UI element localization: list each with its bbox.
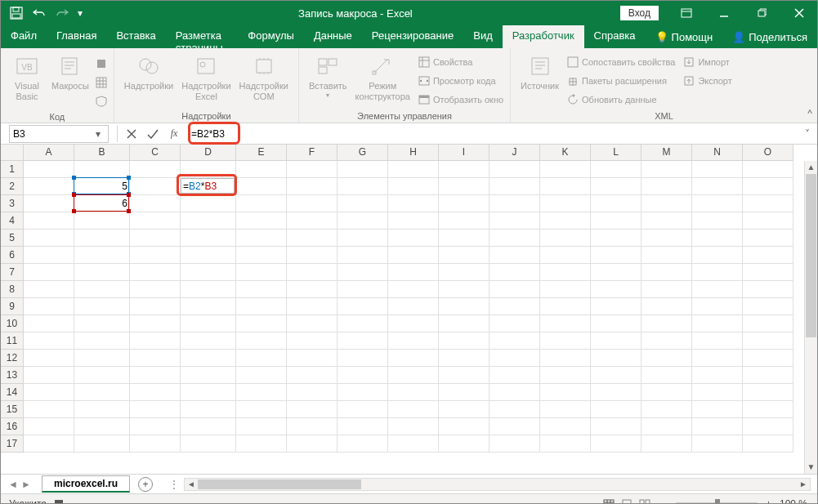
- run-dialog-button[interactable]: Отобразить окно: [418, 91, 503, 109]
- row-header[interactable]: 12: [1, 350, 24, 367]
- cell[interactable]: [641, 212, 692, 230]
- cell[interactable]: [337, 384, 388, 401]
- cell[interactable]: [439, 435, 489, 453]
- cell[interactable]: [74, 418, 130, 435]
- cell[interactable]: [287, 230, 337, 247]
- scroll-left-icon[interactable]: ◄: [185, 479, 198, 488]
- xml-expansion-packs-button[interactable]: Пакеты расширения: [567, 72, 675, 90]
- cell[interactable]: [388, 247, 439, 264]
- xml-export-button[interactable]: Экспорт: [683, 72, 731, 90]
- cell[interactable]: [236, 212, 287, 230]
- cell[interactable]: [540, 298, 591, 315]
- cell[interactable]: [130, 367, 181, 384]
- cell[interactable]: [591, 367, 641, 384]
- vertical-scrollbar[interactable]: ▲ ▼: [804, 161, 817, 474]
- cell[interactable]: [24, 161, 74, 178]
- cell[interactable]: [743, 418, 793, 435]
- cell[interactable]: [439, 178, 489, 195]
- cell[interactable]: [692, 367, 743, 384]
- cell[interactable]: [591, 418, 641, 435]
- cell[interactable]: [641, 401, 692, 418]
- scroll-up-icon[interactable]: ▲: [805, 161, 817, 174]
- macros-button[interactable]: Макросы: [48, 51, 92, 110]
- cell[interactable]: [489, 161, 540, 178]
- cell[interactable]: [287, 247, 337, 264]
- cell[interactable]: [489, 264, 540, 281]
- cell[interactable]: [540, 161, 591, 178]
- horizontal-scrollbar[interactable]: ◄ ►: [184, 478, 811, 491]
- cell[interactable]: [287, 195, 337, 212]
- cell[interactable]: [388, 332, 439, 350]
- cell[interactable]: [388, 230, 439, 247]
- cell[interactable]: [489, 195, 540, 212]
- cell[interactable]: [540, 435, 591, 453]
- cell[interactable]: [130, 212, 181, 230]
- cancel-formula-button[interactable]: [121, 125, 142, 143]
- qat-customize-icon[interactable]: ▾: [76, 4, 84, 22]
- cell[interactable]: [130, 418, 181, 435]
- cell[interactable]: [641, 298, 692, 315]
- cell[interactable]: [540, 178, 591, 195]
- cell[interactable]: [743, 384, 793, 401]
- xml-map-properties-button[interactable]: Сопоставить свойства: [567, 53, 675, 71]
- cell[interactable]: [287, 350, 337, 367]
- cell[interactable]: [743, 401, 793, 418]
- cell[interactable]: [692, 247, 743, 264]
- resize-handle[interactable]: [127, 209, 131, 213]
- cell[interactable]: [743, 178, 793, 195]
- ribbon-display-options-icon[interactable]: [668, 1, 704, 25]
- cell[interactable]: [287, 161, 337, 178]
- cell[interactable]: [74, 401, 130, 418]
- cell[interactable]: [591, 195, 641, 212]
- cell[interactable]: [540, 212, 591, 230]
- cell[interactable]: [337, 247, 388, 264]
- cell[interactable]: [641, 435, 692, 453]
- cell[interactable]: [388, 298, 439, 315]
- cell[interactable]: [74, 350, 130, 367]
- tab-layout[interactable]: Разметка страницы: [166, 25, 239, 48]
- cell[interactable]: [388, 315, 439, 332]
- cell[interactable]: [540, 315, 591, 332]
- cell[interactable]: [540, 367, 591, 384]
- cell[interactable]: [489, 230, 540, 247]
- cell[interactable]: [24, 298, 74, 315]
- row-header[interactable]: 5: [1, 230, 24, 247]
- cell[interactable]: [130, 230, 181, 247]
- cell[interactable]: [337, 212, 388, 230]
- cell[interactable]: [591, 332, 641, 350]
- xml-source-button[interactable]: Источник: [517, 51, 562, 109]
- excel-addins-button[interactable]: Надстройки Excel: [178, 51, 234, 103]
- cell[interactable]: [591, 161, 641, 178]
- chevron-down-icon[interactable]: ▾: [92, 128, 105, 140]
- cell[interactable]: [337, 315, 388, 332]
- tab-insert[interactable]: Вставка: [106, 25, 165, 48]
- tab-home[interactable]: Главная: [47, 25, 106, 48]
- cell[interactable]: [236, 230, 287, 247]
- cell[interactable]: [591, 264, 641, 281]
- cell[interactable]: [130, 435, 181, 453]
- cell[interactable]: [439, 264, 489, 281]
- resize-handle[interactable]: [72, 176, 76, 180]
- cell[interactable]: [388, 195, 439, 212]
- cell[interactable]: [181, 161, 236, 178]
- cell[interactable]: [743, 332, 793, 350]
- tell-me-button[interactable]: 💡Помощн: [646, 25, 723, 48]
- tab-file[interactable]: Файл: [1, 25, 47, 48]
- cell[interactable]: [181, 418, 236, 435]
- cell[interactable]: [337, 264, 388, 281]
- cell[interactable]: [74, 247, 130, 264]
- cell[interactable]: [439, 230, 489, 247]
- stop-recording-button[interactable]: [96, 55, 107, 73]
- cell[interactable]: [641, 332, 692, 350]
- cell[interactable]: [130, 384, 181, 401]
- properties-button[interactable]: Свойства: [418, 53, 503, 71]
- cell[interactable]: [74, 435, 130, 453]
- expand-formula-bar-icon[interactable]: ˅: [802, 128, 817, 140]
- cell[interactable]: [641, 350, 692, 367]
- relative-references-button[interactable]: [96, 74, 107, 91]
- page-layout-view-button[interactable]: [618, 497, 636, 505]
- cell[interactable]: [74, 384, 130, 401]
- cell[interactable]: [540, 401, 591, 418]
- row-header[interactable]: 14: [1, 384, 24, 401]
- cell[interactable]: [236, 418, 287, 435]
